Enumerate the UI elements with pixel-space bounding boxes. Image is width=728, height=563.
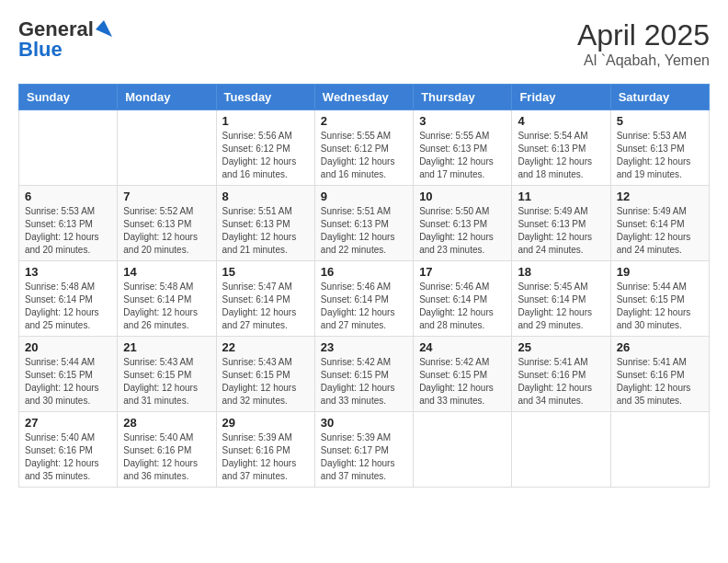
calendar-day-cell: 17Sunrise: 5:46 AMSunset: 6:14 PMDayligh… — [414, 261, 512, 337]
day-info: Sunrise: 5:49 AMSunset: 6:14 PMDaylight:… — [617, 205, 703, 257]
calendar-table: SundayMondayTuesdayWednesdayThursdayFrid… — [18, 84, 710, 488]
calendar-week-row: 20Sunrise: 5:44 AMSunset: 6:15 PMDayligh… — [19, 337, 710, 412]
day-info: Sunrise: 5:45 AMSunset: 6:14 PMDaylight:… — [518, 281, 604, 332]
day-info: Sunrise: 5:53 AMSunset: 6:13 PMDaylight:… — [25, 205, 111, 257]
day-number: 27 — [25, 416, 111, 430]
day-number: 19 — [617, 265, 703, 279]
calendar-day-cell — [512, 412, 610, 488]
day-info: Sunrise: 5:51 AMSunset: 6:13 PMDaylight:… — [321, 205, 407, 257]
day-number: 30 — [321, 416, 407, 430]
calendar-day-cell: 14Sunrise: 5:48 AMSunset: 6:14 PMDayligh… — [118, 261, 216, 337]
calendar-day-cell — [19, 110, 118, 186]
calendar-day-cell: 7Sunrise: 5:52 AMSunset: 6:13 PMDaylight… — [118, 186, 216, 261]
day-number: 18 — [518, 265, 604, 279]
calendar-day-cell — [414, 412, 512, 488]
calendar-day-cell: 6Sunrise: 5:53 AMSunset: 6:13 PMDaylight… — [19, 186, 118, 261]
day-number: 29 — [222, 416, 309, 430]
day-info: Sunrise: 5:55 AMSunset: 6:13 PMDaylight:… — [419, 130, 506, 181]
calendar-day-cell: 24Sunrise: 5:42 AMSunset: 6:15 PMDayligh… — [414, 337, 512, 412]
day-info: Sunrise: 5:40 AMSunset: 6:16 PMDaylight:… — [25, 431, 111, 483]
calendar-day-cell: 18Sunrise: 5:45 AMSunset: 6:14 PMDayligh… — [512, 261, 610, 337]
calendar-day-cell: 27Sunrise: 5:40 AMSunset: 6:16 PMDayligh… — [19, 412, 118, 488]
day-number: 25 — [518, 340, 604, 354]
page-header: General Blue April 2025 Al `Aqabah, Yeme… — [18, 18, 710, 69]
calendar-week-row: 1Sunrise: 5:56 AMSunset: 6:12 PMDaylight… — [19, 110, 710, 186]
calendar-day-header: Tuesday — [216, 85, 314, 110]
calendar-day-cell: 21Sunrise: 5:43 AMSunset: 6:15 PMDayligh… — [118, 337, 216, 412]
day-info: Sunrise: 5:39 AMSunset: 6:17 PMDaylight:… — [321, 431, 407, 483]
day-number: 1 — [222, 114, 309, 128]
day-number: 12 — [617, 190, 703, 203]
day-number: 10 — [419, 190, 506, 203]
logo-blue-text: Blue — [18, 39, 112, 61]
calendar-day-cell: 20Sunrise: 5:44 AMSunset: 6:15 PMDayligh… — [19, 337, 118, 412]
day-number: 14 — [123, 265, 210, 279]
day-number: 6 — [25, 190, 111, 203]
calendar-day-cell: 1Sunrise: 5:56 AMSunset: 6:12 PMDaylight… — [216, 110, 314, 186]
day-info: Sunrise: 5:51 AMSunset: 6:13 PMDaylight:… — [222, 205, 309, 257]
day-number: 26 — [617, 340, 703, 354]
calendar-day-cell: 30Sunrise: 5:39 AMSunset: 6:17 PMDayligh… — [314, 412, 413, 488]
day-number: 24 — [419, 340, 506, 354]
day-info: Sunrise: 5:44 AMSunset: 6:15 PMDaylight:… — [25, 356, 111, 408]
calendar-day-cell: 11Sunrise: 5:49 AMSunset: 6:13 PMDayligh… — [512, 186, 610, 261]
day-number: 4 — [518, 114, 604, 128]
calendar-day-cell: 25Sunrise: 5:41 AMSunset: 6:16 PMDayligh… — [512, 337, 610, 412]
day-info: Sunrise: 5:53 AMSunset: 6:13 PMDaylight:… — [617, 130, 703, 181]
day-number: 17 — [419, 265, 506, 279]
calendar-week-row: 6Sunrise: 5:53 AMSunset: 6:13 PMDaylight… — [19, 186, 710, 261]
calendar-day-cell: 16Sunrise: 5:46 AMSunset: 6:14 PMDayligh… — [314, 261, 413, 337]
day-info: Sunrise: 5:47 AMSunset: 6:14 PMDaylight:… — [222, 281, 309, 332]
day-info: Sunrise: 5:55 AMSunset: 6:12 PMDaylight:… — [321, 130, 407, 181]
calendar-day-cell: 12Sunrise: 5:49 AMSunset: 6:14 PMDayligh… — [610, 186, 709, 261]
day-info: Sunrise: 5:43 AMSunset: 6:15 PMDaylight:… — [222, 356, 309, 408]
calendar-day-cell — [118, 110, 216, 186]
day-info: Sunrise: 5:48 AMSunset: 6:14 PMDaylight:… — [25, 281, 111, 332]
logo-bird-icon — [96, 20, 112, 37]
day-number: 8 — [222, 190, 309, 203]
calendar-day-header: Sunday — [19, 85, 118, 110]
calendar-week-row: 13Sunrise: 5:48 AMSunset: 6:14 PMDayligh… — [19, 261, 710, 337]
day-number: 2 — [321, 114, 407, 128]
logo: General Blue — [18, 18, 112, 61]
day-info: Sunrise: 5:40 AMSunset: 6:16 PMDaylight:… — [123, 431, 210, 483]
page-title: April 2025 — [577, 18, 710, 52]
day-number: 11 — [518, 190, 604, 203]
day-info: Sunrise: 5:44 AMSunset: 6:15 PMDaylight:… — [617, 281, 703, 332]
calendar-day-cell: 2Sunrise: 5:55 AMSunset: 6:12 PMDaylight… — [314, 110, 413, 186]
calendar-day-cell: 15Sunrise: 5:47 AMSunset: 6:14 PMDayligh… — [216, 261, 314, 337]
day-number: 21 — [123, 340, 210, 354]
day-number: 16 — [321, 265, 407, 279]
calendar-day-cell: 13Sunrise: 5:48 AMSunset: 6:14 PMDayligh… — [19, 261, 118, 337]
day-info: Sunrise: 5:41 AMSunset: 6:16 PMDaylight:… — [518, 356, 604, 408]
calendar-day-cell: 8Sunrise: 5:51 AMSunset: 6:13 PMDaylight… — [216, 186, 314, 261]
calendar-day-header: Saturday — [610, 85, 709, 110]
calendar-day-cell: 28Sunrise: 5:40 AMSunset: 6:16 PMDayligh… — [118, 412, 216, 488]
calendar-day-cell: 9Sunrise: 5:51 AMSunset: 6:13 PMDaylight… — [314, 186, 413, 261]
calendar-day-cell: 3Sunrise: 5:55 AMSunset: 6:13 PMDaylight… — [414, 110, 512, 186]
day-number: 5 — [617, 114, 703, 128]
day-info: Sunrise: 5:49 AMSunset: 6:13 PMDaylight:… — [518, 205, 604, 257]
day-info: Sunrise: 5:46 AMSunset: 6:14 PMDaylight:… — [321, 281, 407, 332]
title-block: April 2025 Al `Aqabah, Yemen — [577, 18, 710, 69]
day-info: Sunrise: 5:48 AMSunset: 6:14 PMDaylight:… — [123, 281, 210, 332]
day-info: Sunrise: 5:50 AMSunset: 6:13 PMDaylight:… — [419, 205, 506, 257]
calendar-day-header: Monday — [118, 85, 216, 110]
calendar-day-cell: 4Sunrise: 5:54 AMSunset: 6:13 PMDaylight… — [512, 110, 610, 186]
day-number: 20 — [25, 340, 111, 354]
calendar-day-cell: 22Sunrise: 5:43 AMSunset: 6:15 PMDayligh… — [216, 337, 314, 412]
day-info: Sunrise: 5:39 AMSunset: 6:16 PMDaylight:… — [222, 431, 309, 483]
calendar-day-header: Friday — [512, 85, 610, 110]
day-info: Sunrise: 5:46 AMSunset: 6:14 PMDaylight:… — [419, 281, 506, 332]
page-subtitle: Al `Aqabah, Yemen — [577, 52, 710, 69]
day-number: 3 — [419, 114, 506, 128]
calendar-week-row: 27Sunrise: 5:40 AMSunset: 6:16 PMDayligh… — [19, 412, 710, 488]
calendar-day-cell: 26Sunrise: 5:41 AMSunset: 6:16 PMDayligh… — [610, 337, 709, 412]
day-info: Sunrise: 5:54 AMSunset: 6:13 PMDaylight:… — [518, 130, 604, 181]
day-info: Sunrise: 5:42 AMSunset: 6:15 PMDaylight:… — [419, 356, 506, 408]
day-number: 23 — [321, 340, 407, 354]
day-number: 28 — [123, 416, 210, 430]
calendar-day-cell: 5Sunrise: 5:53 AMSunset: 6:13 PMDaylight… — [610, 110, 709, 186]
calendar-day-cell: 10Sunrise: 5:50 AMSunset: 6:13 PMDayligh… — [414, 186, 512, 261]
day-info: Sunrise: 5:42 AMSunset: 6:15 PMDaylight:… — [321, 356, 407, 408]
